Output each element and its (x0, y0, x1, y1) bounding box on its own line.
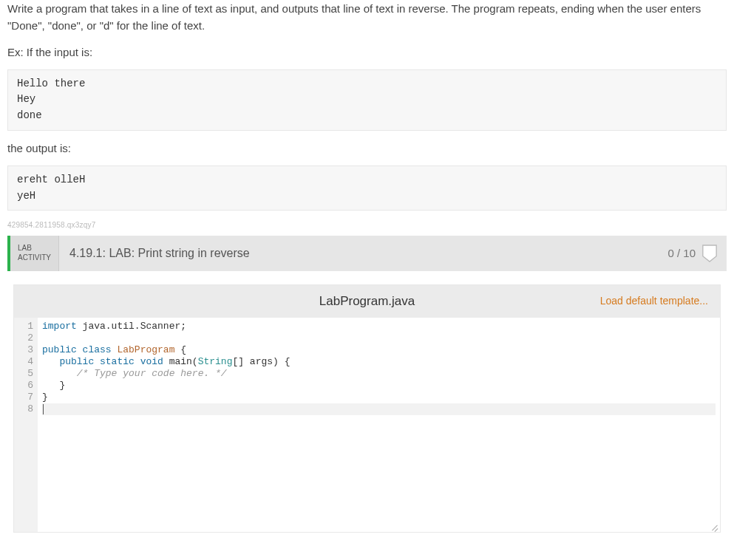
lab-badge-line2: ACTIVITY (18, 253, 51, 263)
code-line[interactable]: public static void main(String[] args) { (42, 356, 716, 368)
text-cursor (43, 404, 44, 414)
gutter-line-number: 7 (17, 392, 33, 403)
gutter-line-number: 3 (17, 344, 33, 356)
keyword-token: public (42, 344, 77, 355)
gutter-line-number: 6 (17, 380, 33, 392)
code-line[interactable] (42, 332, 716, 344)
keyword-token: static (94, 356, 135, 367)
lab-score: 0 / 10 (667, 245, 696, 262)
code-line[interactable]: } (42, 380, 716, 392)
example-input-label: Ex: If the input is: (7, 44, 727, 61)
code-line[interactable]: import java.util.Scanner; (42, 321, 716, 332)
keyword-token: void (135, 356, 163, 367)
example-output-block: ereht olleH yeH (7, 165, 727, 211)
keyword-token: public (59, 356, 94, 367)
keyword-token: class (77, 344, 112, 355)
code-text: } (42, 392, 48, 403)
gutter-line-number: 8 (17, 403, 33, 415)
code-text (42, 356, 59, 367)
editor-gutter: 12345678 (14, 318, 38, 532)
code-text (42, 368, 77, 379)
gutter-line-number: 2 (17, 332, 33, 344)
shield-icon (701, 244, 718, 263)
classname-token: LabProgram (112, 344, 175, 355)
editor-header: LabProgram.java Load default template... (14, 285, 720, 318)
comment-token: /* Type your code here. */ (77, 368, 227, 379)
problem-description: Write a program that takes in a line of … (7, 0, 727, 35)
example-output-label: the output is: (7, 140, 727, 157)
code-line[interactable]: /* Type your code here. */ (42, 368, 716, 380)
gutter-line-number: 4 (17, 356, 33, 368)
code-text: } (42, 380, 65, 391)
code-text: { (174, 344, 186, 355)
code-text: [] args) { (232, 356, 290, 367)
lab-title: 4.19.1: LAB: Print string in reverse (59, 245, 667, 263)
code-text: java.util.Scanner; (77, 321, 186, 332)
load-default-template-link[interactable]: Load default template... (600, 293, 708, 310)
editor-code-area[interactable]: import java.util.Scanner; public class L… (38, 318, 720, 532)
code-line-active[interactable] (42, 403, 716, 415)
tracking-id: 429854.2811958.qx3zqy7 (7, 219, 727, 231)
gutter-line-number: 1 (17, 321, 33, 332)
code-line[interactable]: } (42, 392, 716, 403)
code-line[interactable]: public class LabProgram { (42, 344, 716, 356)
keyword-token: import (42, 321, 77, 332)
resize-handle-icon[interactable] (710, 522, 718, 530)
type-token: String (198, 356, 233, 367)
lab-badge: LAB ACTIVITY (10, 236, 59, 271)
code-editor[interactable]: 12345678 import java.util.Scanner; publi… (14, 318, 720, 532)
code-text: main( (163, 356, 198, 367)
lab-activity-bar: LAB ACTIVITY 4.19.1: LAB: Print string i… (7, 236, 727, 271)
gutter-line-number: 5 (17, 368, 33, 380)
code-editor-panel: LabProgram.java Load default template...… (13, 284, 721, 533)
lab-badge-line1: LAB (18, 244, 51, 253)
example-input-block: Hello there Hey done (7, 69, 727, 131)
